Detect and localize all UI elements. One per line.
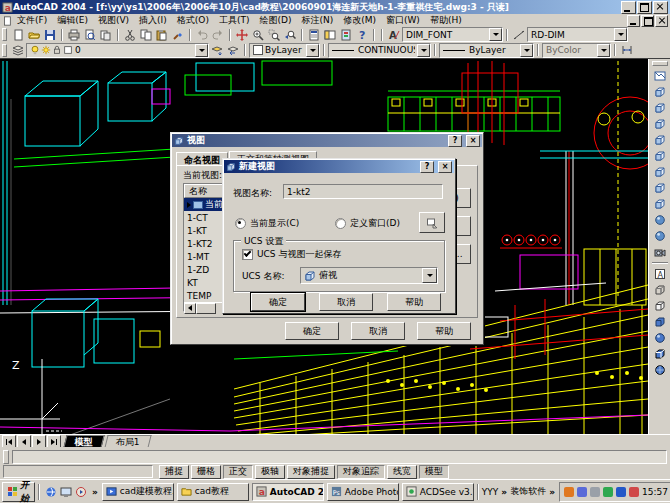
ucs-name-combo[interactable]: 俯视: [300, 267, 438, 284]
menu-tools[interactable]: 工具(T): [214, 14, 255, 27]
publish-button[interactable]: [98, 28, 114, 42]
hidden-button[interactable]: [651, 298, 669, 314]
designcenter-button[interactable]: [322, 28, 338, 42]
minimize-button[interactable]: [621, 1, 636, 14]
view-name-input[interactable]: 1-kt2: [283, 184, 443, 199]
menu-view[interactable]: 视图(V): [93, 14, 134, 27]
cut-button[interactable]: [122, 28, 138, 42]
help-button[interactable]: ?: [354, 28, 370, 42]
undo-button[interactable]: [194, 28, 210, 42]
view-dialog-close-button[interactable]: ×: [466, 135, 480, 147]
lineweight-combo[interactable]: ByLayer: [439, 43, 534, 58]
scrollbar-thumb[interactable]: [196, 303, 216, 314]
toolbar-grip[interactable]: [2, 44, 7, 57]
new-file-button[interactable]: [10, 28, 26, 42]
ucs-name-dropdown-button[interactable]: [422, 268, 437, 283]
task-cad-modeling-video[interactable]: cad建模教程...: [102, 483, 174, 501]
front-view-button[interactable]: [651, 148, 669, 164]
menu-draw[interactable]: 绘图(D): [254, 14, 296, 27]
color-dropdown-button[interactable]: [306, 44, 319, 57]
status-osnap-button[interactable]: 对象捕捉: [287, 465, 335, 479]
tray-gray-icon[interactable]: [590, 487, 600, 497]
radio-define-window[interactable]: 定义窗口(D): [335, 217, 400, 230]
toolbar-grip[interactable]: [2, 28, 7, 41]
desktop-toolbar-decor-software-overflow-button[interactable]: »: [548, 487, 556, 497]
restore-button[interactable]: [637, 1, 652, 14]
menu-modify[interactable]: 修改(M): [338, 14, 381, 27]
define-window-pick-button[interactable]: [419, 212, 445, 233]
sw-isometric-button[interactable]: [651, 180, 669, 196]
copy-button[interactable]: [138, 28, 154, 42]
new-view-cancel-button[interactable]: 取消: [319, 293, 373, 311]
menu-dimension[interactable]: 标注(N): [296, 14, 338, 27]
doc-restore-button[interactable]: [641, 15, 654, 27]
bottom-view-button[interactable]: [651, 100, 669, 116]
status-otrack-button[interactable]: 对象追踪: [337, 465, 385, 479]
se-isometric-button[interactable]: [651, 196, 669, 212]
layers-button[interactable]: [10, 43, 26, 57]
plot-button[interactable]: [66, 28, 82, 42]
task-autocad[interactable]: aAutoCAD 200...: [252, 483, 324, 501]
plotstyle-dropdown-button[interactable]: [597, 44, 610, 57]
flat-shaded-button[interactable]: [651, 314, 669, 330]
menu-format[interactable]: 格式(O): [172, 14, 214, 27]
open-file-button[interactable]: [26, 28, 42, 42]
top-view-button[interactable]: [651, 84, 669, 100]
menu-edit[interactable]: 编辑(E): [52, 14, 93, 27]
close-button[interactable]: [653, 1, 668, 14]
linear-dimension-button[interactable]: [619, 43, 635, 57]
plotstyle-combo[interactable]: ByColor: [542, 43, 611, 58]
redo-button[interactable]: [210, 28, 226, 42]
internet-explorer-button[interactable]: [43, 484, 58, 500]
desktop-toolbar-yyy-overflow-button[interactable]: »: [500, 487, 508, 497]
pan-realtime-button[interactable]: [234, 28, 250, 42]
doc-minimize-button[interactable]: [627, 15, 640, 27]
linetype-combo[interactable]: CONTINUOUS: [328, 43, 431, 58]
layer-dropdown-button[interactable]: [195, 44, 208, 57]
save-button[interactable]: [42, 28, 58, 42]
zoom-window-button[interactable]: [266, 28, 282, 42]
lineweight-dropdown-button[interactable]: [520, 44, 533, 57]
text-style-button[interactable]: A: [386, 28, 402, 42]
back-view-button[interactable]: [651, 164, 669, 180]
status-lwt-button[interactable]: 线宽: [387, 465, 417, 479]
dim-style-button[interactable]: [511, 28, 527, 42]
dim-style-combo[interactable]: RD-DIM: [527, 27, 628, 42]
layer-previous-button[interactable]: [225, 43, 241, 57]
command-input[interactable]: [12, 450, 667, 464]
new-view-ok-button[interactable]: 确定: [251, 293, 305, 311]
properties-button[interactable]: [306, 28, 322, 42]
show-desktop-button[interactable]: [58, 484, 73, 500]
new-view-close-button[interactable]: ×: [438, 161, 452, 173]
new-view-help-button[interactable]: 帮助: [387, 293, 441, 311]
view-dialog-help-button[interactable]: ?: [448, 135, 462, 147]
desktop-toolbar-yyy[interactable]: YYY: [482, 487, 499, 497]
task-cad-folder[interactable]: cad教程: [177, 483, 249, 501]
linetype-dropdown-button[interactable]: [417, 44, 430, 57]
plot-preview-button[interactable]: [82, 28, 98, 42]
desktop-toolbar-decor-software[interactable]: 装饰软件: [510, 485, 546, 498]
menu-window[interactable]: 窗口(W): [381, 14, 425, 27]
menu-file[interactable]: 文件(F): [12, 14, 52, 27]
tray-colorful-icon[interactable]: [629, 487, 639, 497]
menu-insert[interactable]: 插入(I): [134, 14, 172, 27]
2d-wireframe-button[interactable]: A: [651, 266, 669, 282]
start-button[interactable]: 开始: [2, 482, 35, 502]
tool-palettes-button[interactable]: [338, 28, 354, 42]
right-view-button[interactable]: [651, 132, 669, 148]
named-views-button[interactable]: [651, 68, 669, 84]
tray-green-arrow-icon[interactable]: [603, 487, 613, 497]
task-photoshop[interactable]: PsAdobe Photo...: [327, 483, 399, 501]
gouraud-shaded-button[interactable]: [651, 330, 669, 346]
task-acdsee[interactable]: ACDSee v3.1...: [402, 483, 474, 501]
status-grid-button[interactable]: 栅格: [191, 465, 221, 479]
camera-button[interactable]: [651, 244, 669, 260]
tray-shield-icon[interactable]: [616, 487, 626, 497]
status-polar-button[interactable]: 极轴: [255, 465, 285, 479]
zoom-previous-button[interactable]: [282, 28, 298, 42]
radio-current-display[interactable]: 当前显示(C): [235, 217, 299, 230]
zoom-realtime-button[interactable]: [250, 28, 266, 42]
view-ok-button[interactable]: 确定: [285, 322, 339, 340]
status-model-space-button[interactable]: 模型: [419, 465, 449, 479]
command-window-grip[interactable]: [3, 450, 9, 464]
